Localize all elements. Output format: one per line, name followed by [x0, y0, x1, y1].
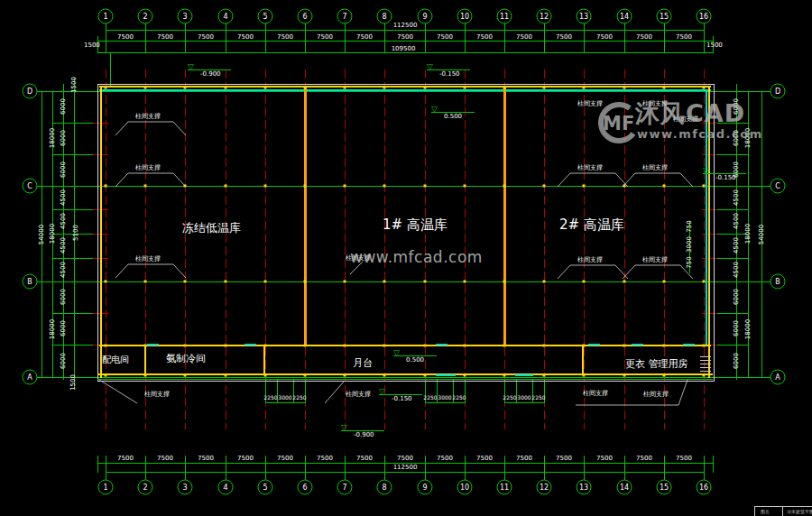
grid-bubble-bottom: 16	[697, 480, 712, 495]
column-marker	[105, 374, 107, 377]
cad-drawing-canvas: 112500 109500 112500 ▽ 柱间支撑	[0, 0, 812, 516]
window-mark	[588, 344, 600, 346]
dim-right-side: 4500	[733, 237, 740, 253]
dim-left-side: 4500	[60, 262, 67, 278]
grid-bubble-bottom: 6	[298, 480, 313, 495]
column-marker	[344, 87, 346, 89]
dim-top-bay: 7500	[397, 33, 413, 41]
column-brace-text: 柱间支撑	[135, 113, 161, 120]
grid-line-top-segment	[345, 23, 346, 52]
grid-line-top-segment	[106, 23, 106, 52]
annex-bottom-wall	[97, 373, 713, 375]
column-brace-label: 柱间支撑	[642, 163, 668, 172]
grid-bubble-bottom: 14	[617, 480, 632, 495]
column-marker	[623, 281, 626, 283]
grid-bubble-left: A	[23, 370, 38, 385]
level-marker: ▽ -0.150	[392, 387, 412, 404]
dim-bottom-bay: 7500	[596, 455, 613, 462]
annex-partition-3	[582, 346, 584, 375]
column-marker	[264, 281, 267, 283]
dim-left-side: 4500	[60, 213, 67, 229]
column-marker	[503, 87, 506, 89]
column-marker	[623, 374, 626, 377]
grid-bubble-top: 8	[377, 9, 392, 24]
dock-dim-label: 2250	[452, 394, 466, 401]
grid-line-top-segment	[185, 23, 186, 52]
column-marker	[264, 185, 267, 188]
column-marker	[424, 345, 427, 347]
column-marker	[225, 281, 227, 283]
grid-line-top-segment	[384, 23, 385, 52]
column-brace-label: 柱间支撑	[144, 390, 170, 399]
column-marker	[703, 281, 706, 283]
column-marker	[264, 374, 267, 377]
dim-bottom-bay: 7500	[157, 455, 173, 462]
grid-line-bottom-segment	[145, 456, 146, 480]
dim-top-bay: 7500	[516, 33, 532, 41]
column-brace-label: 柱间支撑	[577, 163, 603, 172]
dim-bottom-bay: 7500	[356, 455, 373, 462]
main-bottom-wall	[99, 345, 711, 346]
dim-top-bay: 7500	[596, 33, 613, 41]
grid-line-bottom-segment	[584, 456, 585, 480]
grid-bubble-bottom: 7	[337, 480, 353, 495]
column-marker	[105, 185, 107, 188]
dim-right-side: 3000	[686, 236, 693, 253]
column-marker	[344, 185, 346, 188]
dim-left-side: 4500	[60, 189, 67, 206]
grid-line-top-segment	[624, 23, 625, 52]
column-marker	[144, 281, 147, 283]
room-label: 冻结低温库	[182, 222, 241, 235]
grid-bubble-top: 15	[657, 9, 672, 24]
level-marker: ▽ -0.150	[715, 166, 736, 183]
room-label: 1# 高温库	[383, 217, 448, 233]
column-marker	[105, 345, 107, 347]
grid-bubble-bottom: 15	[657, 480, 672, 495]
column-brace-text: 柱间支撑	[577, 256, 603, 263]
column-marker	[424, 87, 427, 89]
dim-left-side: 6000	[60, 353, 67, 369]
window-mark	[436, 344, 448, 346]
column-marker	[623, 185, 626, 188]
dim-bottom-bay: 7500	[556, 455, 572, 462]
grid-bubble-bottom: 5	[258, 480, 273, 495]
column-marker	[583, 87, 586, 89]
level-marker: ▽ -0.900	[354, 423, 374, 440]
grid-bubble-top: 3	[178, 9, 193, 24]
dim-top-bay: 7500	[556, 33, 572, 41]
column-brace-label: 柱间支撑	[135, 254, 161, 263]
column-marker	[623, 345, 626, 347]
column-marker	[703, 374, 706, 377]
grid-bubble-right: D	[770, 84, 786, 99]
grid-bubble-bottom: 8	[377, 480, 392, 495]
grid-bubble-right: B	[770, 274, 786, 290]
dim-left-side: 1500	[70, 77, 78, 93]
column-brace-text: 柱间支撑	[144, 391, 170, 398]
column-marker	[105, 87, 107, 89]
grid-bubble-top: 7	[337, 9, 353, 24]
grid-line-top-segment	[465, 23, 466, 52]
dim-top-bay: 7500	[237, 33, 254, 41]
column-marker	[583, 374, 586, 377]
top-wall-yellow	[99, 86, 711, 88]
title-block-field: 图名	[761, 509, 770, 514]
grid-line-bottom-segment	[345, 456, 346, 480]
annex-partition-1	[144, 346, 146, 375]
dim-left-side: 4500	[60, 237, 67, 253]
grid-line-bottom-segment	[265, 456, 266, 480]
column-marker	[184, 374, 187, 377]
column-marker	[543, 281, 546, 283]
mf-logo-icon: MF	[594, 97, 637, 148]
grid-line-bottom-segment	[185, 456, 186, 480]
grid-line-top-segment	[265, 23, 266, 52]
dim-left-side: 18000	[49, 224, 56, 244]
dock-dim-line	[425, 402, 465, 403]
title-block: 图名 冷库建筑平面图	[754, 506, 812, 516]
grid-bubble-bottom: 3	[178, 480, 193, 495]
dim-left-side: 18000	[49, 128, 56, 148]
column-marker	[583, 345, 586, 347]
dim-bottom-bay: 7500	[676, 455, 692, 462]
grid-line-bottom-segment	[384, 456, 385, 480]
grid-line-bottom-segment	[226, 456, 226, 480]
column-brace-text: 柱间支撑	[642, 256, 668, 263]
